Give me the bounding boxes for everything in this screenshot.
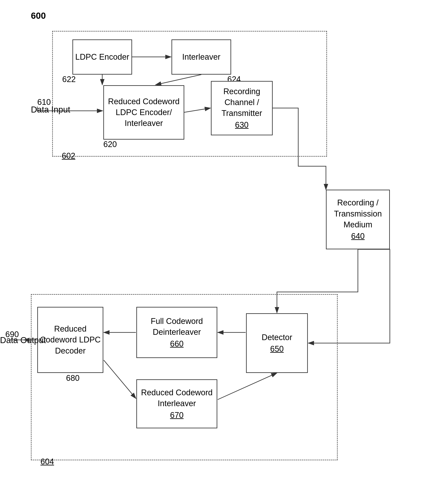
rc-encoder-ref: 620 xyxy=(103,139,117,150)
rc-interleaver-box: Reduced Codeword Interleaver 670 xyxy=(136,379,217,428)
rc-decoder-ref: 680 xyxy=(66,373,80,383)
detector-ref: 650 xyxy=(270,344,284,354)
medium-ref: 640 xyxy=(351,231,365,242)
data-input-ref: 610 xyxy=(37,97,51,107)
interleaver-box: Interleaver xyxy=(172,39,231,75)
rc-decoder-label: Reduced Codeword LDPC Decoder xyxy=(38,323,103,356)
ldpc-encoder-box: LDPC Encoder xyxy=(72,39,132,75)
full-deinterleaver-box: Full Codeword Deinterleaver 660 xyxy=(136,307,217,358)
full-deinterleaver-label: Full Codeword Deinterleaver xyxy=(137,316,217,338)
detector-label: Detector xyxy=(262,332,292,343)
rc-encoder-label: Reduced Codeword LDPC Encoder/ Interleav… xyxy=(104,96,184,129)
main-ref-label: 600 xyxy=(31,11,46,21)
data-output-ref: 690 xyxy=(5,329,19,340)
transmitter-label: Recording Channel / Transmitter xyxy=(211,86,272,119)
interleaver-label: Interleaver xyxy=(182,51,221,63)
encoder-dashed-ref: 602 xyxy=(62,151,75,161)
rc-encoder-box: Reduced Codeword LDPC Encoder/ Interleav… xyxy=(103,85,184,140)
rc-interleaver-ref: 670 xyxy=(170,410,183,420)
decoder-dashed-ref: 604 xyxy=(40,457,54,466)
transmitter-ref: 630 xyxy=(235,120,248,130)
medium-label: Recording / Transmission Medium xyxy=(327,197,389,230)
ldpc-encoder-label: LDPC Encoder xyxy=(75,51,129,63)
ldpc-encoder-ref: 622 xyxy=(62,74,76,85)
rc-interleaver-label: Reduced Codeword Interleaver xyxy=(137,387,217,409)
rc-decoder-box: Reduced Codeword LDPC Decoder xyxy=(37,307,103,373)
detector-box: Detector 650 xyxy=(246,313,308,373)
full-deinterleaver-ref: 660 xyxy=(170,339,183,349)
medium-box: Recording / Transmission Medium 640 xyxy=(326,190,390,249)
transmitter-box: Recording Channel / Transmitter 630 xyxy=(211,81,273,135)
